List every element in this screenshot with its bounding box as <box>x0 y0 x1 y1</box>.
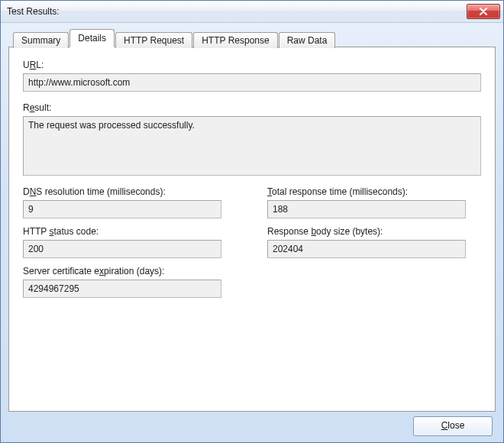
close-icon <box>479 8 488 15</box>
body-size-label: Response body size (bytes): <box>267 226 481 237</box>
close-button[interactable]: Close <box>413 416 493 436</box>
dns-value: 9 <box>23 200 221 218</box>
client-area: Summary Details HTTP Request HTTP Respon… <box>1 23 503 442</box>
cert-label: Server certificate expiration (days): <box>23 266 237 276</box>
dns-label: DNS resolution time (milliseconds): <box>23 186 237 197</box>
tab-http-response[interactable]: HTTP Response <box>193 32 277 48</box>
tab-raw-data[interactable]: Raw Data <box>279 32 336 48</box>
titlebar[interactable]: Test Results: <box>1 1 503 23</box>
url-label: URL: <box>23 60 481 70</box>
tab-details[interactable]: Details <box>69 29 115 47</box>
total-time-value: 188 <box>267 200 466 218</box>
body-size-value: 202404 <box>267 240 466 258</box>
http-status-value: 200 <box>23 240 221 258</box>
total-time-label: Total response time (milliseconds): <box>267 186 481 197</box>
result-value: The request was processed successfully. <box>23 116 481 176</box>
window-title: Test Results: <box>7 6 467 17</box>
tab-panel-details: URL: http://www.microsoft.com Result: Th… <box>8 47 496 412</box>
url-value: http://www.microsoft.com <box>23 73 481 92</box>
tab-summary[interactable]: Summary <box>13 32 69 48</box>
tab-http-request[interactable]: HTTP Request <box>115 32 192 48</box>
result-label: Result: <box>23 102 481 113</box>
button-bar: Close <box>8 412 496 436</box>
cert-value: 4294967295 <box>23 280 221 298</box>
window-close-button[interactable] <box>467 4 500 19</box>
test-results-window: Test Results: Summary Details HTTP Reque… <box>0 0 504 443</box>
http-status-label: HTTP status code: <box>23 226 237 237</box>
tabstrip: Summary Details HTTP Request HTTP Respon… <box>13 31 496 47</box>
